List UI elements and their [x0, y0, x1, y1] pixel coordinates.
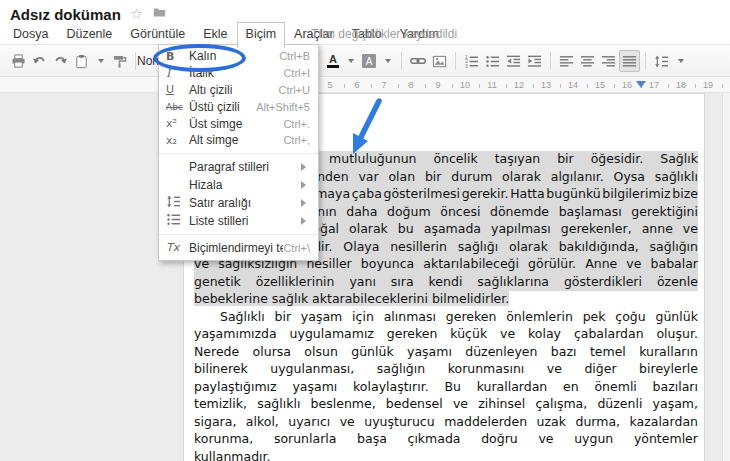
folder-icon[interactable] — [152, 5, 167, 23]
paint-format-icon[interactable] — [109, 50, 130, 72]
ruler-number: 19 — [703, 80, 713, 90]
menu-shortcut: Ctrl+I — [283, 67, 310, 79]
circle-annotation — [153, 44, 246, 72]
dropdown-caret-icon — [385, 59, 391, 66]
text-line: sigara,alkol,uyarıcıveuyuşturucumaddeler… — [194, 414, 698, 432]
menu-item-bicimlendirmeyi-temizle[interactable]: TxBiçimlendirmeyi temizleCtrl+\ — [159, 239, 318, 257]
text-line: bilinerekuygulanması,sağlığınkorunmasını… — [194, 361, 698, 379]
ruler-tick — [695, 84, 696, 88]
text-color-icon[interactable]: A — [324, 50, 342, 72]
menu-item-label: Biçimlendirmeyi temizle — [189, 241, 283, 255]
toolbar-separator — [135, 52, 136, 70]
menu-item-label: Liste stilleri — [189, 214, 297, 228]
menu-item-satir-araligi[interactable]: Satır aralığı — [159, 194, 318, 212]
caret-icon[interactable] — [379, 50, 396, 72]
menu-item-hizala[interactable]: Hizala — [159, 176, 318, 194]
print-icon[interactable] — [8, 50, 29, 72]
ruler-number: 9 — [435, 80, 440, 90]
ruler[interactable]: 45678910111213141516171819 — [0, 78, 730, 93]
paste-icon[interactable] — [71, 50, 92, 72]
indent-icon[interactable] — [524, 50, 545, 72]
menu-item-label: Alt simge — [189, 133, 283, 147]
menu-separator — [159, 234, 318, 235]
submenu-arrow-icon — [301, 163, 310, 171]
toolbar-separator — [455, 52, 456, 70]
bulleted-list-icon[interactable] — [482, 50, 503, 72]
menu-item-alti-cizili[interactable]: UAltı çiziliCtrl+U — [159, 82, 318, 99]
text-line: paylaştığımızyaşamıkolaylaştırır.Bukural… — [194, 379, 698, 397]
link-icon[interactable] — [407, 50, 429, 72]
menu-item-label: Satır aralığı — [189, 196, 297, 210]
ruler-tick — [344, 84, 345, 88]
subscript-icon: x₂ — [166, 134, 189, 147]
menu-item-label: Paragraf stilleri — [189, 160, 297, 174]
outdent-icon[interactable] — [503, 50, 524, 72]
menu-shortcut: Ctrl+B — [279, 50, 310, 62]
menu-shortcut: Ctrl+. — [283, 118, 310, 130]
align-right-icon[interactable] — [598, 50, 619, 72]
ruler-tick — [614, 84, 615, 88]
ruler-tick — [398, 84, 399, 88]
align-left-icon[interactable] — [556, 50, 577, 72]
menu-item-paragraf-stilleri[interactable]: Paragraf stilleri — [159, 158, 318, 176]
line-spacing-icon[interactable] — [651, 50, 672, 72]
vertical-scrollbar[interactable] — [722, 93, 730, 461]
ruler-tick — [560, 84, 561, 88]
ruler-number: 15 — [595, 80, 605, 90]
menu-shortcut: Ctrl+\ — [283, 242, 310, 254]
menu-bicim[interactable]: Biçim — [237, 22, 286, 48]
ruler-number: 16 — [622, 80, 632, 90]
menu-item-liste-stilleri[interactable]: Liste stilleri — [159, 212, 318, 230]
toolbar-separator — [550, 52, 551, 70]
align-center-icon[interactable] — [577, 50, 598, 72]
menu-item-ustu-cizili[interactable]: AbcÜstü çiziliAlt+Shift+5 — [159, 98, 318, 115]
caret-icon[interactable] — [92, 50, 109, 72]
submenu-arrow-icon — [301, 199, 310, 207]
svg-text:3: 3 — [465, 62, 468, 68]
caret-icon[interactable] — [672, 50, 689, 72]
text-line: temizlik,sağlıklıbeslenme,bedenselvezihi… — [194, 396, 698, 414]
undo-icon[interactable] — [29, 50, 50, 72]
toolbar-separator — [401, 52, 402, 70]
ruler-number: 7 — [381, 80, 386, 90]
image-icon[interactable] — [429, 50, 450, 72]
document-title[interactable]: Adsız doküman — [10, 6, 121, 23]
ruler-tick — [425, 84, 426, 88]
menu-item-label: Hizala — [189, 178, 297, 192]
text-line: genetiközelliklerininyanısırakendisağlık… — [194, 274, 698, 292]
ruler-number: 12 — [514, 80, 524, 90]
ruler-number: 6 — [354, 80, 359, 90]
titlebar: Adsız doküman ☆ — [10, 5, 167, 23]
ruler-tick — [722, 84, 723, 88]
dropdown-caret-icon — [678, 59, 684, 66]
align-justify-icon[interactable] — [619, 50, 640, 72]
ruler-tick — [452, 84, 453, 88]
numbered-list-icon[interactable]: 123 — [461, 50, 482, 72]
ruler-tick — [533, 84, 534, 88]
star-icon[interactable]: ☆ — [130, 7, 143, 21]
ruler-tick — [506, 84, 507, 88]
dropdown-caret-icon — [98, 59, 104, 66]
menu-item-alt-simge[interactable]: x₂Alt simgeCtrl+, — [159, 132, 318, 149]
ruler-tick — [668, 84, 669, 88]
menu-item-ust-simge[interactable]: x²Üst simgeCtrl+. — [159, 115, 318, 132]
ruler-number: 18 — [676, 80, 686, 90]
indent-marker[interactable] — [636, 81, 646, 93]
menu-item-label: Altı çizili — [189, 83, 279, 97]
submenu-arrow-icon — [301, 217, 310, 225]
menu-item-label: Üst simge — [189, 117, 283, 131]
google-docs-window: Adsız doküman ☆ DosyaDüzenleGörüntüleEkl… — [0, 0, 730, 461]
menu-item-label: Üstü çizili — [189, 100, 256, 114]
caret-icon[interactable] — [342, 50, 359, 72]
text-line: Neredeolursaolsungünlükyaşamıdüzenleyenb… — [194, 344, 698, 362]
strikethrough-icon: Abc — [166, 100, 189, 113]
highlight-color-icon[interactable]: A — [359, 50, 379, 72]
ruler-tick — [587, 84, 588, 88]
ruler-tick — [479, 84, 480, 88]
format-menu: BKalınCtrl+BIİtalikCtrl+IUAltı çiziliCtr… — [158, 44, 319, 261]
ruler-number: 14 — [568, 80, 578, 90]
ruler-number: 11 — [487, 80, 496, 90]
text-line: kullanmadır. — [194, 449, 698, 461]
redo-icon[interactable] — [50, 50, 71, 72]
underline-icon: U — [166, 83, 189, 96]
